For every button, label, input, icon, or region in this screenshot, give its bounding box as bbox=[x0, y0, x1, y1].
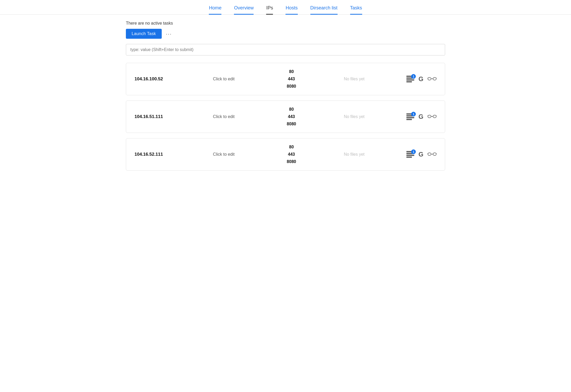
svg-line-9 bbox=[436, 115, 436, 116]
port-number[interactable]: 8080 bbox=[287, 159, 296, 164]
port-number[interactable]: 443 bbox=[288, 152, 295, 157]
svg-rect-5 bbox=[428, 115, 431, 118]
nav-tasks[interactable]: Tasks bbox=[350, 5, 362, 14]
svg-rect-10 bbox=[428, 153, 431, 155]
task-bar: Launch Task ··· bbox=[126, 29, 445, 39]
badge-count: 1 bbox=[411, 149, 416, 154]
host-ports: 804438080 bbox=[281, 107, 302, 126]
no-files-label: No files yet bbox=[338, 114, 370, 119]
google-g-letter: G bbox=[418, 151, 423, 158]
google-g-letter: G bbox=[418, 113, 423, 120]
nav-bar: Home Overview IPs Hosts Dirsearch list T… bbox=[0, 0, 571, 15]
host-edit-label[interactable]: Click to edit bbox=[213, 114, 244, 119]
svg-rect-6 bbox=[433, 115, 436, 118]
host-ip: 104.16.100.52 bbox=[135, 76, 176, 82]
port-number[interactable]: 8080 bbox=[287, 84, 296, 89]
list-icon[interactable]: 1 bbox=[406, 151, 414, 158]
svg-rect-0 bbox=[428, 77, 431, 80]
nav-dirsearch[interactable]: Dirsearch list bbox=[310, 5, 338, 14]
svg-rect-11 bbox=[433, 153, 436, 155]
port-number[interactable]: 443 bbox=[288, 77, 295, 81]
search-input[interactable] bbox=[126, 44, 445, 55]
svg-line-14 bbox=[436, 153, 436, 154]
host-actions: 1 G bbox=[406, 151, 436, 158]
nav-hosts[interactable]: Hosts bbox=[286, 5, 298, 14]
host-ip: 104.16.52.111 bbox=[135, 152, 176, 157]
list-icon[interactable]: 1 bbox=[406, 113, 414, 120]
port-number[interactable]: 80 bbox=[289, 69, 294, 74]
port-number[interactable]: 443 bbox=[288, 114, 295, 119]
badge-count: 1 bbox=[411, 112, 416, 116]
glasses-svg bbox=[428, 152, 436, 157]
more-options-button[interactable]: ··· bbox=[166, 31, 172, 37]
host-edit-label[interactable]: Click to edit bbox=[213, 77, 244, 81]
port-number[interactable]: 80 bbox=[289, 145, 294, 149]
svg-line-8 bbox=[428, 115, 428, 116]
google-search-icon[interactable]: G bbox=[418, 113, 423, 120]
svg-rect-1 bbox=[433, 77, 436, 80]
main-content: There are no active tasks Launch Task ··… bbox=[115, 21, 456, 171]
no-files-label: No files yet bbox=[338, 152, 370, 157]
svg-line-3 bbox=[428, 78, 428, 79]
host-ports: 804438080 bbox=[281, 69, 302, 89]
badge-count: 1 bbox=[411, 74, 416, 79]
nav-ips[interactable]: IPs bbox=[266, 5, 273, 14]
svg-line-4 bbox=[436, 78, 436, 79]
host-actions: 1 G bbox=[406, 113, 436, 120]
svg-line-13 bbox=[428, 153, 428, 154]
google-search-icon[interactable]: G bbox=[418, 151, 423, 158]
glasses-icon[interactable] bbox=[428, 114, 436, 119]
no-files-label: No files yet bbox=[338, 77, 370, 81]
port-number[interactable]: 8080 bbox=[287, 122, 296, 126]
host-cards: 104.16.100.52Click to edit804438080No fi… bbox=[126, 63, 445, 171]
host-actions: 1 G bbox=[406, 75, 436, 83]
nav-home[interactable]: Home bbox=[209, 5, 221, 14]
glasses-icon[interactable] bbox=[428, 152, 436, 157]
list-icon[interactable]: 1 bbox=[406, 76, 414, 82]
glasses-icon[interactable] bbox=[428, 76, 436, 82]
host-ports: 804438080 bbox=[281, 145, 302, 164]
glasses-svg bbox=[428, 114, 436, 119]
host-edit-label[interactable]: Click to edit bbox=[213, 152, 244, 157]
glasses-svg bbox=[428, 76, 436, 82]
host-card: 104.16.51.111Click to edit804438080No fi… bbox=[126, 100, 445, 133]
port-number[interactable]: 80 bbox=[289, 107, 294, 112]
google-g-letter: G bbox=[418, 75, 423, 83]
launch-task-button[interactable]: Launch Task bbox=[126, 29, 162, 39]
host-card: 104.16.100.52Click to edit804438080No fi… bbox=[126, 63, 445, 95]
nav-overview[interactable]: Overview bbox=[234, 5, 254, 14]
host-card: 104.16.52.111Click to edit804438080No fi… bbox=[126, 138, 445, 171]
no-tasks-text: There are no active tasks bbox=[126, 21, 445, 26]
google-search-icon[interactable]: G bbox=[418, 75, 423, 83]
host-ip: 104.16.51.111 bbox=[135, 114, 176, 119]
